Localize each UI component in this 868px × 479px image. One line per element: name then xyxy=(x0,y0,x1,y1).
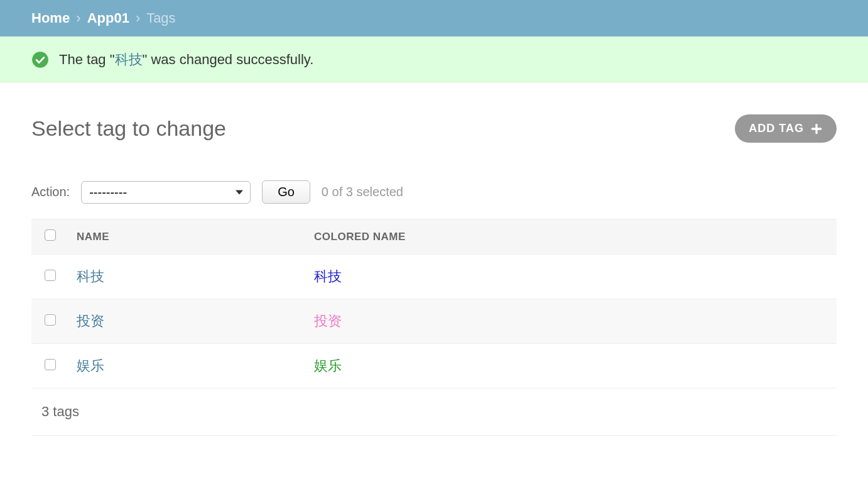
action-label: Action: xyxy=(31,185,70,199)
success-check-icon xyxy=(31,51,49,69)
colored-name: 娱乐 xyxy=(314,358,342,373)
column-header-name[interactable]: Name xyxy=(69,219,307,255)
results-table: Name Colored Name 科技 科技 投资 投资 娱乐 娱乐 xyxy=(31,219,837,388)
tag-name-link[interactable]: 科技 xyxy=(77,268,104,284)
selection-count: 0 of 3 selected xyxy=(322,185,403,199)
add-tag-label: ADD TAG xyxy=(749,122,804,135)
plus-icon xyxy=(810,123,823,135)
add-tag-button[interactable]: ADD TAG xyxy=(735,114,837,143)
action-select[interactable]: --------- xyxy=(81,181,251,204)
actions-bar: Action: --------- Go 0 of 3 selected xyxy=(31,180,837,204)
tag-name-link[interactable]: 投资 xyxy=(77,313,104,329)
success-message-text: The tag "科技" was changed successfully. xyxy=(59,50,313,69)
breadcrumb-separator: › xyxy=(76,10,80,26)
colored-name: 科技 xyxy=(314,268,342,284)
breadcrumb-app[interactable]: App01 xyxy=(87,10,129,26)
breadcrumb: Home › App01 › Tags xyxy=(0,0,868,36)
colored-name: 投资 xyxy=(314,313,342,329)
table-row: 投资 投资 xyxy=(31,299,837,344)
row-checkbox[interactable] xyxy=(45,270,56,281)
breadcrumb-current: Tags xyxy=(146,10,175,26)
row-checkbox[interactable] xyxy=(45,314,56,326)
message-prefix: The tag " xyxy=(59,52,115,67)
success-message: The tag "科技" was changed successfully. xyxy=(0,36,868,83)
select-all-checkbox[interactable] xyxy=(45,229,56,241)
svg-point-0 xyxy=(32,52,48,68)
results-count: 3 tags xyxy=(31,388,837,436)
table-row: 娱乐 娱乐 xyxy=(31,344,837,388)
message-suffix: " was changed successfully. xyxy=(143,52,314,67)
column-header-colored-name[interactable]: Colored Name xyxy=(307,219,837,255)
row-checkbox[interactable] xyxy=(45,359,56,370)
table-row: 科技 科技 xyxy=(31,255,837,299)
breadcrumb-separator: › xyxy=(136,10,140,26)
go-button[interactable]: Go xyxy=(262,180,310,204)
message-tag-link[interactable]: 科技 xyxy=(115,52,143,67)
page-title: Select tag to change xyxy=(31,116,226,141)
breadcrumb-home[interactable]: Home xyxy=(31,10,70,26)
tag-name-link[interactable]: 娱乐 xyxy=(77,358,104,373)
